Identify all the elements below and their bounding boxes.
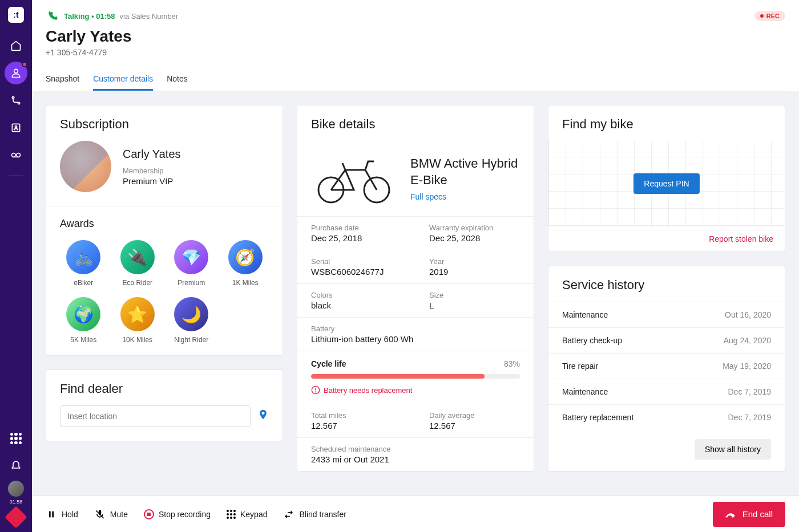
location-input[interactable] <box>60 405 251 427</box>
svg-point-4 <box>15 126 17 128</box>
tab-notes[interactable]: Notes <box>167 68 188 91</box>
award-5k-miles: 🌍5K Miles <box>60 297 107 344</box>
request-pin-button[interactable]: Request PIN <box>633 173 699 194</box>
serial-label: Serial <box>311 257 402 266</box>
serial-value: WSBC606024677J <box>311 267 402 277</box>
awards-title: Awards <box>60 218 269 230</box>
service-history-title: Service history <box>548 266 785 302</box>
full-specs-link[interactable]: Full specs <box>410 192 520 201</box>
mute-icon <box>94 509 106 520</box>
battery-label: Battery <box>311 324 520 333</box>
bell-icon <box>10 459 22 470</box>
contact-name: Carly Yates <box>46 27 785 46</box>
cycle-life-pct: 83% <box>504 359 520 368</box>
transfer-icon <box>283 509 294 520</box>
nav-directory[interactable] <box>5 116 27 139</box>
find-my-bike-title: Find my bike <box>548 105 785 141</box>
svg-point-5 <box>12 153 16 157</box>
hold-button[interactable]: Hold <box>46 509 78 520</box>
call-source: via Sales Number <box>120 12 179 21</box>
bike-name: BMW Active Hybrid E-Bike <box>410 156 520 188</box>
apps-icon[interactable] <box>10 433 22 444</box>
blind-transfer-button[interactable]: Blind transfer <box>283 509 346 520</box>
nav-home[interactable] <box>5 34 27 57</box>
contact-card-icon <box>10 122 22 133</box>
map-view[interactable]: Request PIN <box>548 141 785 226</box>
show-all-history-button[interactable]: Show all history <box>695 439 771 460</box>
phone-hangup-icon <box>725 509 737 520</box>
history-row: Battery replacementDec 7, 2019 <box>548 404 785 430</box>
year-label: Year <box>429 257 520 266</box>
nav-voicemail[interactable] <box>5 144 27 166</box>
keypad-button[interactable]: Keypad <box>227 510 267 519</box>
purchase-date-value: Dec 25, 2018 <box>311 233 402 243</box>
nav-contacts[interactable] <box>5 62 27 84</box>
award-premium: 💎Premium <box>168 240 215 287</box>
report-stolen-link[interactable]: Report stolen bike <box>548 226 785 251</box>
end-call-button[interactable]: End call <box>713 502 785 527</box>
contact-phone: +1 305-574-4779 <box>46 48 785 57</box>
bike-details-card: Bike details BMW Active Hybrid E-Bike Fu… <box>297 105 534 472</box>
active-call-indicator[interactable] <box>5 506 27 529</box>
total-miles-value: 12.567 <box>311 421 402 431</box>
customer-avatar <box>60 141 111 192</box>
colors-value: black <box>311 300 402 310</box>
mute-button[interactable]: Mute <box>94 509 128 520</box>
membership-label: Membership <box>123 166 181 175</box>
person-icon <box>10 67 22 79</box>
size-value: L <box>429 300 520 310</box>
warranty-label: Warranty expiration <box>429 224 520 232</box>
tab-customer-details[interactable]: Customer details <box>93 68 153 91</box>
find-dealer-card: Find dealer <box>46 369 283 441</box>
page-header: Talking • 01:58 via Sales Number REC Car… <box>32 0 799 91</box>
bike-image <box>311 150 397 207</box>
stop-recording-button[interactable]: Stop recording <box>144 509 211 519</box>
cycle-life-label: Cycle life <box>311 359 346 368</box>
awards-grid: 🚲eBiker 🔌Eco Rider 💎Premium 🧭1K Miles 🌍5… <box>60 240 269 344</box>
tab-snapshot[interactable]: Snapshot <box>46 68 79 91</box>
warning-icon <box>311 385 320 395</box>
membership-value: Premium VIP <box>123 176 181 186</box>
award-10k-miles: ⭐10K Miles <box>114 297 162 344</box>
user-avatar[interactable] <box>8 481 24 497</box>
history-row: Battery check-upAug 24, 2020 <box>548 327 785 353</box>
call-status-text: Talking • 01:58 <box>64 12 115 21</box>
daily-avg-label: Daily average <box>429 411 520 420</box>
total-miles-label: Total miles <box>311 411 402 420</box>
home-icon <box>10 40 22 51</box>
svg-rect-13 <box>49 511 51 517</box>
colors-label: Colors <box>311 291 402 299</box>
purchase-date-label: Purchase date <box>311 224 402 232</box>
app-logo[interactable]: :t <box>8 7 24 23</box>
history-row: Tire repairMay 19, 2020 <box>548 353 785 379</box>
phone-icon <box>46 9 59 23</box>
subscription-card: Subscription Carly Yates Membership Prem… <box>46 105 283 356</box>
history-row: MaintenanceDec 7, 2019 <box>548 379 785 404</box>
nav-sidebar: :t 01:58 <box>0 0 32 532</box>
nav-notifications[interactable] <box>5 453 27 476</box>
award-1k-miles: 🧭1K Miles <box>222 240 269 287</box>
call-timer: 01:58 <box>10 499 23 505</box>
pause-icon <box>46 509 57 520</box>
keypad-icon <box>227 510 236 519</box>
bike-details-title: Bike details <box>297 105 534 141</box>
call-controls-bar: Hold Mute Stop recording Keypad Blind tr… <box>32 496 799 532</box>
award-ebiker: 🚲eBiker <box>60 240 107 287</box>
scheduled-maint-label: Scheduled maintenance <box>311 445 520 453</box>
find-my-bike-card: Find my bike Request PIN Report stolen b… <box>548 105 785 252</box>
divider <box>9 176 23 176</box>
svg-point-0 <box>14 69 18 73</box>
svg-point-2 <box>18 102 19 104</box>
history-row: MaintenanceOut 16, 2020 <box>548 302 785 327</box>
svg-rect-14 <box>52 511 54 517</box>
location-pin-icon[interactable] <box>257 408 269 425</box>
cycle-life-progress <box>311 374 520 379</box>
customer-name: Carly Yates <box>123 148 181 161</box>
nav-flows[interactable] <box>5 89 27 112</box>
flow-icon <box>10 95 22 106</box>
daily-avg-value: 12.567 <box>429 421 520 431</box>
svg-point-12 <box>316 392 316 392</box>
scheduled-maint-value: 2433 mi or Out 2021 <box>311 454 520 464</box>
battery-value: Lithium-ion battery 600 Wh <box>311 334 520 344</box>
voicemail-icon <box>10 149 22 161</box>
